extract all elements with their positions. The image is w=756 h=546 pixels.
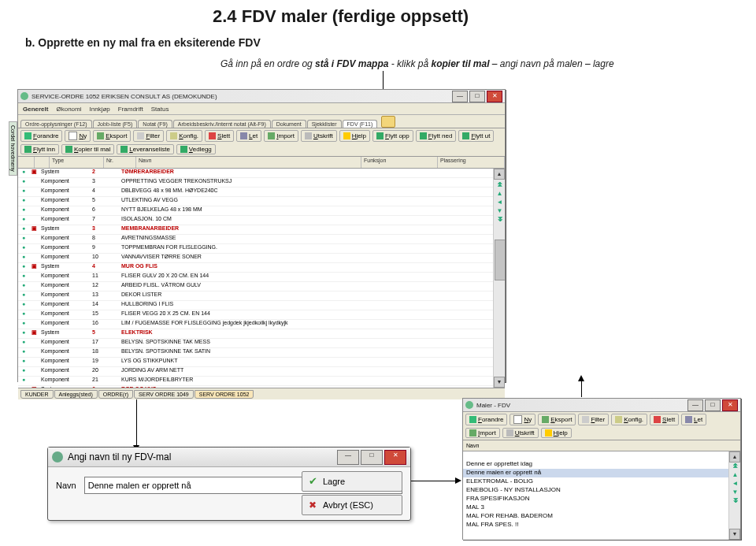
scroll-up-button[interactable]: ▲ [494,169,505,180]
list-row[interactable]: ●Komponent6NYTT BJELKELAG 48 x 198 MM [18,206,505,216]
scroll-down-button[interactable]: ▼ [494,377,505,388]
toolbar-button[interactable]: Slett [205,130,234,142]
col-navn[interactable]: Navn [136,157,361,168]
col-type[interactable]: Type [50,157,104,168]
bottom-tab[interactable]: ORDRE(r) [98,390,133,399]
col-nr[interactable]: Nr. [104,157,136,168]
toolbar-button[interactable]: Leveranseliste [117,144,174,154]
minimize-button[interactable]: — [452,91,468,102]
list-row[interactable]: ●Komponent4DBLBVEGG 48 x 98 MM. HØYDE240… [18,188,505,197]
minimize-button[interactable]: — [337,450,359,465]
list-row[interactable]: ●Komponent11FLISER GULV 20 X 20 CM. EN 1… [18,273,505,282]
close-button[interactable]: ✕ [722,399,738,411]
nav-down-icon[interactable]: ▼ [495,207,504,215]
list-body[interactable]: ●▣System2TØMRERARBEIDER●Komponent3OPPRET… [18,169,505,388]
list-row[interactable]: ●▣System6RØR OG VVS [18,386,505,388]
bottom-tab[interactable]: SERV ORDRE 1052 [195,390,254,399]
toolbar-button[interactable]: Ny [510,414,536,425]
list-row[interactable]: ●Komponent14HULLBORING I FLIS [18,301,505,310]
list-row[interactable]: ●▣System4MUR OG FLIS [18,263,505,273]
close-button[interactable]: ✕ [487,91,502,102]
tab[interactable]: Arbeidsbeskriv./Internt notat (Alt-F9) [173,120,271,128]
minimize-button[interactable]: — [687,399,703,411]
list-row[interactable]: ●Komponent16LIM / FUGEMASSE FOR FLISLEGG… [18,320,505,329]
nav-mid-icon[interactable]: ◄ [731,480,739,488]
nav-up-icon[interactable]: ▲ [731,471,739,479]
toolbar-button[interactable]: Import [465,428,500,438]
toolbar-button[interactable]: Konfig. [166,130,202,142]
toolbar-button[interactable]: Eksport [93,130,131,142]
vertical-scrollbar[interactable]: ▲ ⯭ ▲ ◄ ▼ ⯯ ▼ [728,451,740,540]
scroll-up-button[interactable]: ▲ [729,451,740,462]
nav-mid-icon[interactable]: ◄ [495,199,504,206]
toolbar-button[interactable]: Ny [65,130,91,142]
col-funksjon[interactable]: Funksjon [361,157,438,168]
toolbar-button[interactable]: Hjelp [339,130,370,142]
toolbar-button[interactable]: Flytt ut [458,130,494,142]
list-row[interactable]: ●Komponent8AVRETNINGSMASSE [18,235,505,244]
tab[interactable]: Dokument [272,120,306,128]
toolbar-button[interactable]: Forandre [465,414,507,425]
toolbar-button[interactable]: Filter [578,414,609,425]
maximize-button[interactable]: □ [361,450,383,465]
list-row[interactable]: ●Komponent10VANNAVVISER TØRRE SONER [18,254,505,263]
list-row[interactable]: ●Komponent5UTLEKTING AV VEGG [18,197,505,206]
bottom-tab[interactable]: SERV ORDRE 1049 [134,390,194,399]
toolbar-button[interactable]: Konfig. [611,414,647,425]
tab[interactable]: Sjekklister [307,120,342,128]
nav-down-icon[interactable]: ▼ [731,488,739,496]
list-row[interactable]: ●Komponent17BELYSN. SPOTSKINNE TAK MESS [18,339,505,348]
maler-row[interactable]: FRA SPESIFIKASJON [463,495,740,503]
list-row[interactable]: ●▣System5ELEKTRISK [18,329,505,339]
toolbar-button[interactable]: Filter [133,130,164,142]
list-row[interactable]: ●▣System2TØMRERARBEIDER [18,169,505,178]
maler-row[interactable]: ELEKTROMAL - BOLIG [463,477,740,486]
list-row[interactable]: ●Komponent21KURS M/JORDFEILBRYTER [18,377,505,386]
tab[interactable]: Ordre-opplysninger (F12) [20,120,92,128]
maximize-button[interactable]: □ [705,399,721,411]
list-row[interactable]: ●Komponent3OPPRETTING VEGGER TREKONSTRUK… [18,178,505,188]
nav-last-icon[interactable]: ⯯ [731,497,739,505]
avbryt-button[interactable]: ✖ Avbryt (ESC) [302,495,402,515]
maler-row[interactable] [463,451,740,460]
maler-row[interactable]: MAL 3 [463,503,740,512]
tab[interactable]: FDV (F11) [343,120,378,128]
list-row[interactable]: ●Komponent13DEKOR LISTER [18,292,505,301]
toolbar-button[interactable]: Slett [650,414,679,425]
maximize-button[interactable]: □ [469,91,485,102]
menu-item[interactable]: Innkjøp [89,106,109,113]
toolbar-button[interactable]: Utskrift [301,130,337,142]
nav-up-icon[interactable]: ▲ [495,190,504,198]
bottom-tab[interactable]: Anleggs(sted) [54,390,98,399]
col-plassering[interactable]: Plassering [438,157,505,168]
toolbar-button[interactable]: Let [236,130,261,142]
toolbar-button[interactable]: Flytt opp [372,130,413,142]
bottom-tab[interactable]: KUNDER [20,390,54,399]
list-row[interactable]: ●Komponent12ARBEID FLISL. VÅTROM GULV [18,282,505,292]
maler-header[interactable]: Navn [463,440,740,451]
toolbar-button[interactable]: Hjelp [541,428,572,438]
menu-item[interactable]: Status [151,106,169,113]
menu-item[interactable]: Økonomi [56,106,81,113]
toolbar-button[interactable]: Flytt ned [416,130,457,142]
nav-first-icon[interactable]: ⯭ [731,462,739,470]
maler-row[interactable]: MAL FRA SPES. !! [463,521,740,529]
menu-item[interactable]: Framdrift [118,106,143,113]
list-row[interactable]: ●Komponent20JORDING AV ARM NETT [18,367,505,377]
maler-row[interactable]: MAL FOR REHAB. BADEROM [463,512,740,521]
toolbar-button[interactable]: Import [264,130,298,142]
toolbar-button[interactable]: Kopier til mal [61,144,114,154]
tab[interactable]: Jobb-liste (F5) [93,120,138,128]
list-row[interactable]: ●Komponent15FLISER VEGG 20 X 25 CM. EN 1… [18,310,505,320]
lagre-button[interactable]: ✔ Lagre [302,471,402,492]
scrollbar-thumb[interactable] [495,240,505,280]
maler-row[interactable]: ENEBOLIG - NY INSTALLASJON [463,486,740,495]
toolbar-button[interactable]: Let [681,414,706,425]
nav-last-icon[interactable]: ⯯ [495,216,504,224]
toolbar-button[interactable]: Flytt inn [20,144,59,154]
maler-row[interactable]: Denne malen er opprett nå [463,469,740,477]
close-button[interactable]: ✕ [384,450,406,465]
list-row[interactable]: ●Komponent7ISOLASJON. 10 CM [18,216,505,225]
folder-icon[interactable] [381,116,395,128]
toolbar-button[interactable]: Forandre [20,130,62,142]
